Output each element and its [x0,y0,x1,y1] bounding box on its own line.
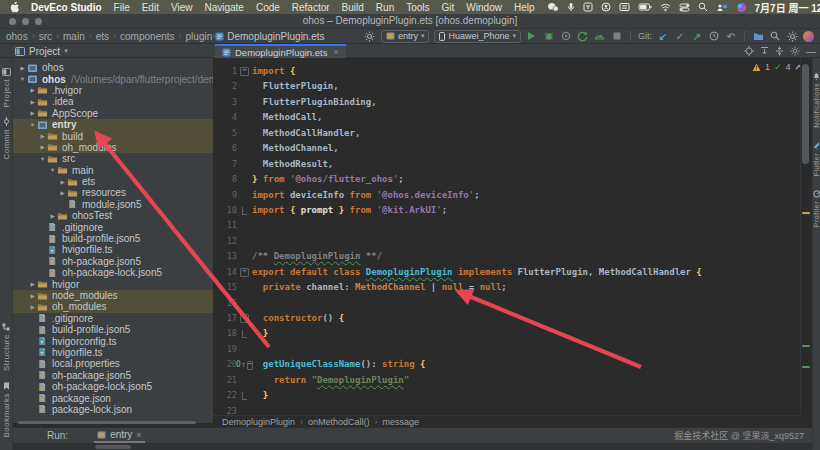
menu-refactor[interactable]: Refactor [292,2,330,13]
menu-run[interactable]: Run [376,2,394,13]
debug-button[interactable] [543,31,555,42]
tree-item-resources[interactable]: ▶resources [13,187,213,198]
menu-build[interactable]: Build [342,2,364,13]
menubar-clock[interactable]: 7月7日 周一 12:41 [755,0,820,15]
chevron-down-icon[interactable]: ▾ [64,47,68,55]
chevron-right-icon[interactable]: ▶ [58,190,67,196]
tree-item-main[interactable]: ▼main [13,165,213,176]
git-rollback-button[interactable]: ↶ [725,31,737,42]
tool-window-structure[interactable]: Structure [2,323,11,371]
git-history-button[interactable] [708,31,720,42]
menu-help[interactable]: Help [514,2,535,13]
breadcrumb-item-ets[interactable]: ets [96,31,109,42]
tree-item-.gitignore[interactable]: .gitignore [13,313,213,324]
chevron-right-icon[interactable]: ▶ [28,87,37,93]
apple-logo-icon[interactable] [10,2,19,13]
tree-item-AppScope[interactable]: ▶AppScope [13,108,213,119]
wechat-status-icon[interactable] [547,2,559,13]
breadcrumb-class[interactable]: DemopluginPlugin [222,417,295,427]
menu-git[interactable]: Git [442,2,455,13]
breadcrumb-method[interactable]: onMethodCall() [308,417,370,427]
chevron-right-icon[interactable]: ▶ [28,281,37,287]
tree-item-build-profile.json5[interactable]: build-profile.json5 [13,324,213,335]
override-gutter-icon[interactable]: O↑ [236,357,246,372]
tool-window-bookmarks[interactable]: Bookmarks [2,382,11,438]
search-status-icon[interactable] [698,2,708,13]
tree-item-ets[interactable]: ▶ets [13,176,213,187]
ide-settings-gear-icon[interactable] [786,31,798,42]
keyboard-grid-status-icon[interactable] [619,2,630,13]
chevron-right-icon[interactable]: ▶ [38,133,47,139]
tree-item-oh_modules[interactable]: ▶oh_modules [13,142,213,153]
breadcrumb-item-ohos[interactable]: ohos [6,31,28,42]
tool-window-profiler[interactable]: Profiler [813,190,820,227]
chevron-down-icon[interactable]: ▼ [18,76,27,82]
chevron-right-icon[interactable]: ▶ [28,304,37,310]
tree-item-local.properties[interactable]: local.properties [13,358,213,369]
close-icon[interactable]: × [136,430,141,440]
git-commit-button[interactable]: ✓ [674,31,686,42]
chevron-right-icon[interactable]: ▶ [58,179,67,185]
tool-window-commit[interactable]: Commit [2,117,11,160]
tree-item-hvigorfile.ts[interactable]: hvigorfile.ts [13,244,213,255]
ok-stripe-mark[interactable] [802,345,810,347]
tree-item-oh-package-lock.json5[interactable]: oh-package-lock.json5 [13,381,213,392]
warning-stripe-mark[interactable] [802,212,810,214]
chevron-down-icon[interactable]: ▼ [48,167,57,173]
breadcrumb-file[interactable]: DemopluginPlugin.ets [215,31,324,42]
tm-status-icon[interactable] [583,2,593,13]
control-center-status-icon[interactable] [679,2,690,13]
breadcrumb-item-src[interactable]: src [39,31,52,42]
run-button[interactable] [526,31,538,42]
git-push-button[interactable]: ↗ [691,31,703,42]
git-update-button[interactable]: ↙ [657,31,669,42]
tool-window-project[interactable]: Project [2,68,11,107]
chevron-down-icon[interactable]: ▼ [28,122,37,128]
breadcrumb-param[interactable]: message [383,417,420,427]
chevron-down-icon[interactable]: ▼ [38,156,47,162]
tree-item-package-lock.json[interactable]: package-lock.json [13,404,213,415]
stop-button[interactable] [611,31,623,42]
tree-item-oh-package.json5[interactable]: oh-package.json5 [13,370,213,381]
tree-item-oh_modules[interactable]: ▶oh_modules [13,301,213,312]
menu-file[interactable]: File [114,2,130,13]
chevron-right-icon[interactable]: ▶ [48,213,57,219]
tree-item-.hvigor[interactable]: ▶.hvigor [13,85,213,96]
editor-tab-active[interactable]: DemopluginPlugin.ets × [215,44,346,58]
menu-window[interactable]: Window [466,2,502,13]
coverage-button[interactable] [560,31,572,42]
search-everywhere-icon[interactable] [769,31,781,42]
fast-user-switch-status-icon[interactable] [716,2,728,13]
fold-marker-icon[interactable]: − [240,67,249,76]
tree-item-build-profile.json5[interactable]: build-profile.json5 [13,233,213,244]
breadcrumb-item-main[interactable]: main [63,31,85,42]
tree-item-module.json5[interactable]: module.json5 [13,199,213,210]
tree-item-hvigorconfig.ts[interactable]: hvigorconfig.ts [13,335,213,346]
breadcrumb-item-components[interactable]: components [120,31,174,42]
console-tab-stub[interactable] [95,445,131,449]
tree-item-hvigorfile.ts[interactable]: hvigorfile.ts [13,347,213,358]
tree-item-.gitignore[interactable]: .gitignore [13,221,213,232]
ok-stripe-mark[interactable] [802,366,810,368]
menu-tools[interactable]: Tools [406,2,429,13]
tool-window-flutter[interactable]: Flutter [813,142,820,176]
tree-item-.idea[interactable]: ▶.idea [13,96,213,107]
project-tree[interactable]: ▶ohos▼ohos/Volumes/dpan/flutterproject/d… [13,58,213,423]
mic-status-icon[interactable] [567,2,575,13]
wifi-status-icon[interactable] [660,2,671,13]
chevron-right-icon[interactable]: ▶ [28,110,37,116]
restart-button[interactable] [577,31,589,42]
siri-status-icon[interactable] [736,2,747,13]
tree-item-ohos[interactable]: ▶ohos [13,62,213,73]
tree-item-node_modules[interactable]: ▶node_modules [13,290,213,301]
tree-item-oh-package-lock.json5[interactable]: oh-package-lock.json5 [13,267,213,278]
tree-horizontal-scrollbar[interactable] [18,421,196,424]
tree-item-package.json[interactable]: package.json [13,392,213,403]
tree-item-oh-package.json5[interactable]: oh-package.json5 [13,256,213,267]
device-file-browser-icon[interactable] [752,31,764,42]
module-selector[interactable]: entry▾ [381,30,430,43]
user-badge-status-icon[interactable] [601,2,611,13]
editor-vertical-scrollbar[interactable] [802,64,809,164]
run-tab-entry[interactable]: entry × [94,428,145,443]
fold-marker-icon[interactable]: − [240,314,249,323]
